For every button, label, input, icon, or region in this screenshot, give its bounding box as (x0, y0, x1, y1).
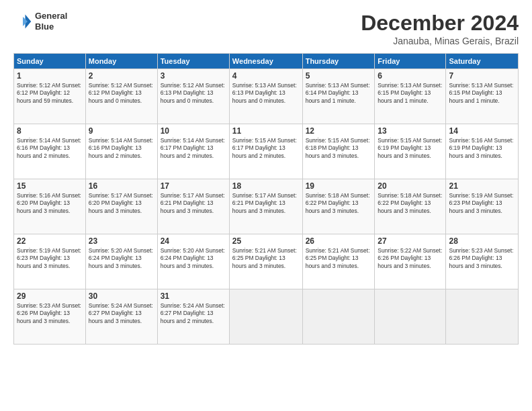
logo-line2: Blue (35, 21, 67, 32)
table-row: 31Sunrise: 5:24 AM Sunset: 6:27 PM Dayli… (157, 289, 229, 345)
day-info: Sunrise: 5:19 AM Sunset: 6:23 PM Dayligh… (449, 192, 515, 215)
day-number: 17 (161, 181, 226, 191)
day-number: 24 (161, 236, 226, 246)
day-number: 1 (17, 71, 83, 81)
day-info: Sunrise: 5:17 AM Sunset: 6:21 PM Dayligh… (161, 192, 226, 215)
day-info: Sunrise: 5:21 AM Sunset: 6:25 PM Dayligh… (232, 247, 300, 270)
title-block: December 2024 Janauba, Minas Gerais, Bra… (361, 11, 519, 46)
col-sunday: Sunday (14, 54, 86, 69)
day-info: Sunrise: 5:12 AM Sunset: 6:13 PM Dayligh… (161, 82, 226, 105)
day-info: Sunrise: 5:15 AM Sunset: 6:17 PM Dayligh… (232, 137, 300, 160)
day-info: Sunrise: 5:14 AM Sunset: 6:16 PM Dayligh… (89, 137, 154, 160)
day-info: Sunrise: 5:12 AM Sunset: 6:12 PM Dayligh… (89, 82, 154, 105)
day-info: Sunrise: 5:19 AM Sunset: 6:23 PM Dayligh… (17, 247, 83, 270)
table-row: 21Sunrise: 5:19 AM Sunset: 6:23 PM Dayli… (446, 179, 519, 234)
logo-text: General Blue (35, 11, 67, 32)
day-info: Sunrise: 5:20 AM Sunset: 6:24 PM Dayligh… (161, 247, 226, 270)
day-number: 21 (449, 181, 515, 191)
day-number: 12 (306, 126, 372, 136)
day-info: Sunrise: 5:21 AM Sunset: 6:25 PM Dayligh… (306, 247, 372, 270)
calendar-week-2: 8Sunrise: 5:14 AM Sunset: 6:16 PM Daylig… (14, 124, 519, 179)
day-number: 9 (89, 126, 154, 136)
day-info: Sunrise: 5:12 AM Sunset: 6:12 PM Dayligh… (17, 82, 83, 105)
table-row: 15Sunrise: 5:16 AM Sunset: 6:20 PM Dayli… (14, 179, 86, 234)
day-info: Sunrise: 5:24 AM Sunset: 6:27 PM Dayligh… (161, 302, 226, 325)
day-number: 2 (89, 71, 154, 81)
table-row: 3Sunrise: 5:12 AM Sunset: 6:13 PM Daylig… (157, 69, 229, 124)
day-info: Sunrise: 5:22 AM Sunset: 6:26 PM Dayligh… (378, 247, 443, 270)
day-info: Sunrise: 5:15 AM Sunset: 6:19 PM Dayligh… (378, 137, 443, 160)
day-number: 7 (449, 71, 515, 81)
calendar-week-1: 1Sunrise: 5:12 AM Sunset: 6:12 PM Daylig… (14, 69, 519, 124)
day-number: 29 (17, 291, 83, 301)
day-info: Sunrise: 5:13 AM Sunset: 6:15 PM Dayligh… (449, 82, 515, 105)
day-info: Sunrise: 5:23 AM Sunset: 6:26 PM Dayligh… (17, 302, 83, 325)
table-row: 9Sunrise: 5:14 AM Sunset: 6:16 PM Daylig… (85, 124, 157, 179)
day-number: 26 (306, 236, 372, 246)
day-number: 13 (378, 126, 443, 136)
day-number: 25 (232, 236, 300, 246)
calendar-body: 1Sunrise: 5:12 AM Sunset: 6:12 PM Daylig… (14, 69, 519, 345)
day-number: 5 (306, 71, 372, 81)
table-row (302, 289, 375, 345)
logo-line1: General (35, 11, 67, 21)
day-info: Sunrise: 5:18 AM Sunset: 6:22 PM Dayligh… (306, 192, 372, 215)
table-row: 18Sunrise: 5:17 AM Sunset: 6:21 PM Dayli… (229, 179, 302, 234)
location-subtitle: Janauba, Minas Gerais, Brazil (361, 36, 519, 46)
table-row: 24Sunrise: 5:20 AM Sunset: 6:24 PM Dayli… (157, 234, 229, 289)
day-number: 11 (232, 126, 300, 136)
table-row: 22Sunrise: 5:19 AM Sunset: 6:23 PM Dayli… (14, 234, 86, 289)
table-row (375, 289, 446, 345)
calendar-table: Sunday Monday Tuesday Wednesday Thursday… (13, 53, 519, 345)
col-friday: Friday (375, 54, 446, 69)
day-number: 15 (17, 181, 83, 191)
day-number: 27 (378, 236, 443, 246)
day-number: 4 (232, 71, 300, 81)
table-row: 2Sunrise: 5:12 AM Sunset: 6:12 PM Daylig… (85, 69, 157, 124)
day-number: 28 (449, 236, 515, 246)
day-info: Sunrise: 5:13 AM Sunset: 6:15 PM Dayligh… (378, 82, 443, 105)
table-row: 17Sunrise: 5:17 AM Sunset: 6:21 PM Dayli… (157, 179, 229, 234)
table-row: 23Sunrise: 5:20 AM Sunset: 6:24 PM Dayli… (85, 234, 157, 289)
day-number: 3 (161, 71, 226, 81)
day-info: Sunrise: 5:24 AM Sunset: 6:27 PM Dayligh… (89, 302, 154, 325)
col-thursday: Thursday (302, 54, 375, 69)
day-info: Sunrise: 5:20 AM Sunset: 6:24 PM Dayligh… (89, 247, 154, 270)
day-number: 30 (89, 291, 154, 301)
col-monday: Monday (85, 54, 157, 69)
table-row: 16Sunrise: 5:17 AM Sunset: 6:20 PM Dayli… (85, 179, 157, 234)
table-row: 14Sunrise: 5:16 AM Sunset: 6:19 PM Dayli… (446, 124, 519, 179)
table-row: 12Sunrise: 5:15 AM Sunset: 6:18 PM Dayli… (302, 124, 375, 179)
day-info: Sunrise: 5:17 AM Sunset: 6:21 PM Dayligh… (232, 192, 300, 215)
col-tuesday: Tuesday (157, 54, 229, 69)
table-row: 6Sunrise: 5:13 AM Sunset: 6:15 PM Daylig… (375, 69, 446, 124)
day-info: Sunrise: 5:13 AM Sunset: 6:13 PM Dayligh… (232, 82, 300, 105)
day-info: Sunrise: 5:13 AM Sunset: 6:14 PM Dayligh… (306, 82, 372, 105)
page: General Blue December 2024 Janauba, Mina… (0, 0, 532, 411)
table-row: 1Sunrise: 5:12 AM Sunset: 6:12 PM Daylig… (14, 69, 86, 124)
table-row: 10Sunrise: 5:14 AM Sunset: 6:17 PM Dayli… (157, 124, 229, 179)
day-number: 16 (89, 181, 154, 191)
day-info: Sunrise: 5:18 AM Sunset: 6:22 PM Dayligh… (378, 192, 443, 215)
month-title: December 2024 (361, 11, 519, 36)
day-number: 6 (378, 71, 443, 81)
calendar-header: Sunday Monday Tuesday Wednesday Thursday… (14, 54, 519, 69)
day-number: 8 (17, 126, 83, 136)
calendar-week-4: 22Sunrise: 5:19 AM Sunset: 6:23 PM Dayli… (14, 234, 519, 289)
day-number: 31 (161, 291, 226, 301)
day-number: 14 (449, 126, 515, 136)
table-row: 28Sunrise: 5:23 AM Sunset: 6:26 PM Dayli… (446, 234, 519, 289)
day-info: Sunrise: 5:14 AM Sunset: 6:17 PM Dayligh… (161, 137, 226, 160)
table-row: 26Sunrise: 5:21 AM Sunset: 6:25 PM Dayli… (302, 234, 375, 289)
table-row: 7Sunrise: 5:13 AM Sunset: 6:15 PM Daylig… (446, 69, 519, 124)
table-row: 29Sunrise: 5:23 AM Sunset: 6:26 PM Dayli… (14, 289, 86, 345)
table-row: 27Sunrise: 5:22 AM Sunset: 6:26 PM Dayli… (375, 234, 446, 289)
day-info: Sunrise: 5:16 AM Sunset: 6:19 PM Dayligh… (449, 137, 515, 160)
table-row: 25Sunrise: 5:21 AM Sunset: 6:25 PM Dayli… (229, 234, 302, 289)
logo-icon (13, 12, 32, 31)
day-number: 23 (89, 236, 154, 246)
day-number: 18 (232, 181, 300, 191)
day-number: 10 (161, 126, 226, 136)
header: General Blue December 2024 Janauba, Mina… (13, 11, 519, 46)
table-row: 20Sunrise: 5:18 AM Sunset: 6:22 PM Dayli… (375, 179, 446, 234)
